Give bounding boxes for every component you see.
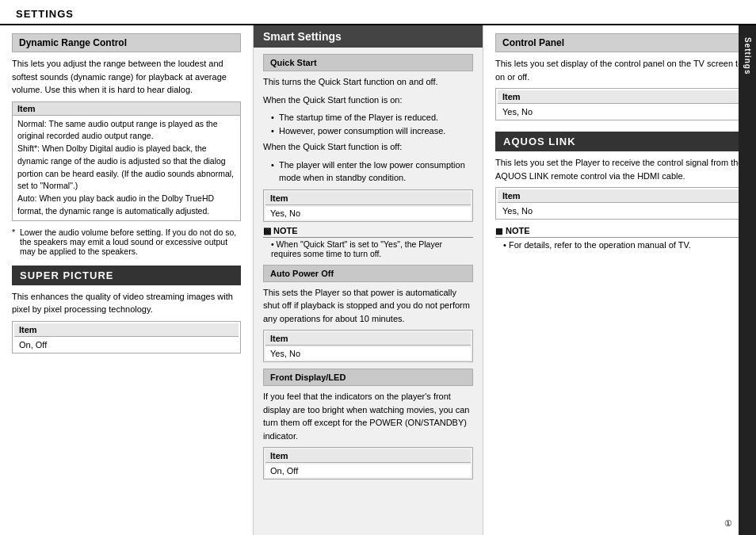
- quick-start-item-header: Item: [265, 192, 471, 205]
- drc-item-row-1: Normal: The same audio output range is p…: [17, 118, 235, 143]
- control-panel-item-value: Yes, No: [498, 105, 742, 118]
- control-panel-title: Control Panel: [495, 33, 744, 52]
- quick-start-on-bullet-2: However, power consumption will increase…: [273, 124, 473, 138]
- auto-power-off-title: Auto Power Off: [263, 265, 473, 282]
- auto-power-off-item-box: Item Yes, No: [263, 330, 473, 362]
- side-tab: Settings: [739, 25, 756, 535]
- aquos-link-item-header: Item: [498, 189, 742, 203]
- quick-start-on-bullet-1: The startup time of the Player is reduce…: [273, 111, 473, 124]
- side-tab-label: Settings: [743, 37, 752, 75]
- note-icon-right: ▩: [495, 227, 502, 235]
- note-icon: ▩: [263, 226, 273, 235]
- super-picture-title: SUPER PICTURE: [12, 266, 241, 285]
- page-title: SETTINGS: [16, 8, 740, 20]
- quick-start-when-on-list: The startup time of the Player is reduce…: [263, 111, 473, 137]
- control-panel-item-header: Item: [498, 90, 742, 104]
- super-picture-item-header: Item: [14, 323, 239, 337]
- page-header: SETTINGS: [0, 0, 756, 25]
- front-display-item-box: Item On, Off: [263, 447, 473, 480]
- quick-start-item-box: Item Yes, No: [263, 189, 473, 222]
- quick-start-note-title: ▩ NOTE: [263, 226, 473, 238]
- auto-power-off-item-value: Yes, No: [265, 347, 471, 360]
- aquos-link-item-box: Item Yes, No: [495, 187, 744, 220]
- super-picture-item-box: Item On, Off: [12, 321, 241, 353]
- aquos-link-item-value: Yes, No: [498, 204, 742, 217]
- super-picture-item-value: On, Off: [14, 338, 239, 351]
- quick-start-intro: This turns the Quick Start function on a…: [263, 75, 473, 89]
- aquos-link-title: AQUOS LINK: [495, 132, 744, 151]
- aquos-link-body: This lets you set the Player to receive …: [495, 156, 744, 182]
- quick-start-note: ▩ NOTE • When "Quick Start" is set to "Y…: [263, 226, 473, 258]
- front-display-item-header: Item: [265, 449, 471, 463]
- quick-start-when-off-title: When the Quick Start function is off:: [263, 140, 473, 154]
- aquos-link-note: ▩ NOTE • For details, refer to the opera…: [495, 226, 744, 250]
- smart-settings-title: Smart Settings: [254, 25, 483, 48]
- front-display-body: If you feel that the indicators on the p…: [263, 390, 473, 442]
- page-number: ①: [724, 518, 732, 529]
- drc-footnote: Lower the audio volume before setting. I…: [12, 227, 241, 256]
- quick-start-note-body: • When "Quick Start" is set to "Yes", th…: [263, 239, 473, 258]
- quick-start-item-value: Yes, No: [265, 207, 471, 220]
- quick-start-note-bullet: •: [271, 239, 277, 249]
- quick-start-title: Quick Start: [263, 54, 473, 71]
- quick-start-off-bullet-1: The player will enter the low power cons…: [273, 159, 473, 185]
- col-middle: Smart Settings Quick Start This turns th…: [254, 25, 483, 535]
- control-panel-item-box: Item Yes, No: [495, 88, 744, 120]
- drc-item-header: Item: [13, 102, 240, 116]
- control-panel-body: This lets you set display of the control…: [495, 57, 744, 83]
- aquos-link-note-body: • For details, refer to the operation ma…: [495, 240, 744, 250]
- front-display-item-value: On, Off: [265, 464, 471, 477]
- drc-item-body: Normal: The same audio output range is p…: [13, 116, 240, 220]
- drc-section-title: Dynamic Range Control: [12, 33, 241, 52]
- auto-power-off-body: This sets the Player so that power is au…: [263, 286, 473, 326]
- col-left: Dynamic Range Control This lets you adju…: [0, 25, 254, 535]
- drc-item-row-3: Auto: When you play back audio in the Do…: [17, 193, 235, 218]
- drc-body-text: This lets you adjust the range between t…: [12, 57, 241, 97]
- col-right: Control Panel This lets you set display …: [483, 25, 756, 535]
- quick-start-when-off-list: The player will enter the low power cons…: [263, 159, 473, 185]
- page-num-circle: ①: [724, 518, 732, 528]
- aquos-link-note-title: ▩ NOTE: [495, 226, 744, 238]
- page: SETTINGS Dynamic Range Control This lets…: [0, 0, 756, 535]
- col-middle-inner: Quick Start This turns the Quick Start f…: [254, 54, 483, 491]
- drc-item-box: Item Normal: The same audio output range…: [12, 101, 241, 221]
- super-picture-body: This enhances the quality of video strea…: [12, 290, 241, 316]
- quick-start-when-on-title: When the Quick Start function is on:: [263, 94, 473, 107]
- front-display-title: Front Display/LED: [263, 369, 473, 386]
- drc-item-row-2: Shift*: When Dolby Digital audio is play…: [17, 143, 235, 193]
- content-area: Dynamic Range Control This lets you adju…: [0, 25, 756, 535]
- auto-power-off-item-header: Item: [265, 332, 471, 346]
